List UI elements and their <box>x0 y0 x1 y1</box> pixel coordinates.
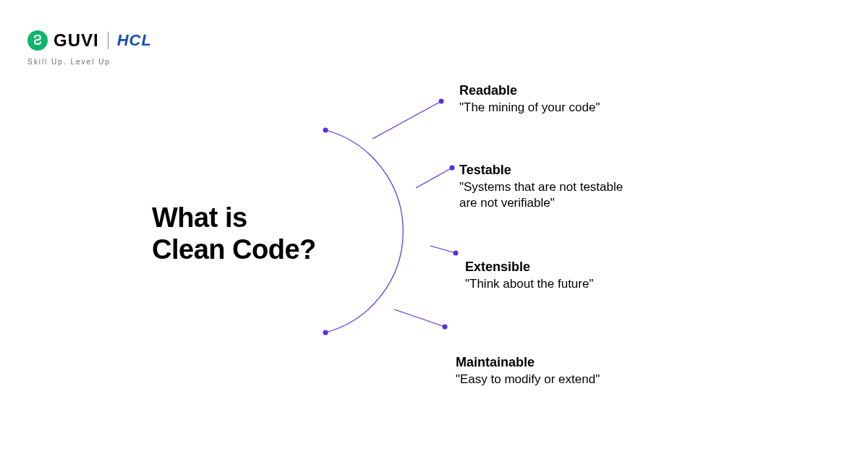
concept-readable: Readable "The mining of your code" <box>459 83 623 115</box>
guvi-icon <box>27 30 48 51</box>
concept-title: Extensible <box>465 260 623 275</box>
svg-line-4 <box>416 168 452 188</box>
concept-desc: "The mining of your code" <box>459 100 623 115</box>
title-line-2: Clean Code? <box>152 234 316 266</box>
logo-row: GUVI HCL <box>27 30 152 51</box>
svg-point-5 <box>450 166 455 171</box>
concept-title: Testable <box>459 163 623 178</box>
svg-point-1 <box>323 330 328 335</box>
concepts-list: Readable "The mining of your code" Testa… <box>459 83 623 387</box>
tagline: Skill Up. Level Up <box>27 58 152 66</box>
guvi-brand-text: GUVI <box>54 30 99 51</box>
main-title: What is Clean Code? <box>152 202 316 265</box>
svg-line-2 <box>373 101 441 139</box>
header: GUVI HCL Skill Up. Level Up <box>27 30 152 66</box>
concept-title: Maintainable <box>456 355 623 370</box>
concept-desc: "Think about the future" <box>465 276 623 291</box>
concept-extensible: Extensible "Think about the future" <box>465 260 623 291</box>
svg-point-7 <box>454 251 459 256</box>
svg-line-8 <box>394 309 445 327</box>
svg-line-6 <box>430 246 456 253</box>
svg-point-9 <box>443 325 448 330</box>
hcl-brand-text: HCL <box>117 31 152 50</box>
concept-desc: "Systems that are not testable are not v… <box>459 179 623 210</box>
concept-maintainable: Maintainable "Easy to modify or extend" <box>456 355 623 387</box>
guvi-logo: GUVI <box>27 30 99 51</box>
svg-point-0 <box>323 128 328 133</box>
concept-testable: Testable "Systems that are not testable … <box>459 163 623 210</box>
concept-desc: "Easy to modify or extend" <box>456 372 623 387</box>
svg-point-3 <box>439 99 444 104</box>
concept-title: Readable <box>459 83 623 98</box>
logo-divider <box>108 32 109 49</box>
title-line-1: What is <box>152 202 316 234</box>
